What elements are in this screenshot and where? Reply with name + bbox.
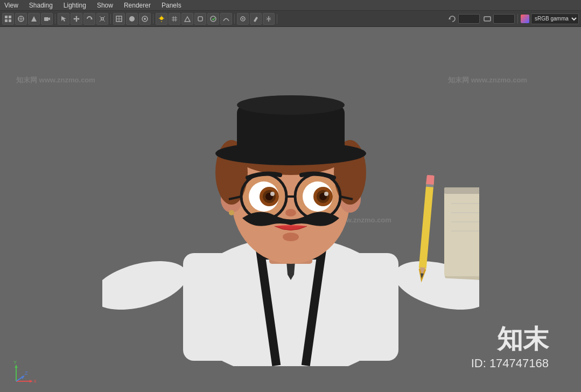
svg-text:X: X bbox=[33, 379, 37, 384]
toolbar-btn-7[interactable] bbox=[207, 13, 219, 25]
input-value2[interactable]: 1.00 bbox=[493, 14, 515, 24]
separator-5 bbox=[277, 14, 277, 24]
menu-renderer[interactable]: Renderer bbox=[122, 1, 153, 10]
axes-indicator: X Y Z bbox=[11, 360, 32, 381]
input-value1[interactable]: 0.00 bbox=[458, 14, 480, 24]
svg-point-38 bbox=[211, 16, 216, 22]
svg-marker-97 bbox=[30, 380, 32, 383]
svg-rect-83 bbox=[418, 178, 434, 270]
toolbar-btn-snap[interactable] bbox=[237, 13, 249, 25]
toolbar-btn-move[interactable] bbox=[71, 13, 82, 25]
toolbar-btn-texture[interactable] bbox=[139, 13, 151, 25]
svg-point-75 bbox=[270, 192, 275, 196]
toolbar-btn-3[interactable] bbox=[28, 13, 40, 25]
svg-point-27 bbox=[144, 18, 146, 20]
menu-shading[interactable]: Shading bbox=[27, 1, 55, 10]
svg-point-80 bbox=[324, 192, 328, 196]
character-model bbox=[102, 54, 479, 377]
brand-id: ID: 174747168 bbox=[471, 356, 549, 370]
svg-rect-3 bbox=[9, 19, 11, 22]
toolbar-btn-solid[interactable] bbox=[126, 13, 138, 25]
separator-3 bbox=[153, 14, 153, 24]
toolbar-btn-sym[interactable] bbox=[263, 13, 275, 25]
svg-rect-2 bbox=[5, 19, 8, 22]
menu-view[interactable]: View bbox=[2, 1, 20, 10]
toolbar-btn-wireframe[interactable] bbox=[113, 13, 125, 25]
menu-lighting[interactable]: Lighting bbox=[61, 1, 88, 10]
field-icon bbox=[483, 15, 492, 23]
svg-rect-1 bbox=[9, 16, 11, 18]
separator-4 bbox=[234, 14, 235, 24]
toolbar-btn-rotate[interactable] bbox=[83, 13, 95, 25]
toolbar-btn-6[interactable] bbox=[194, 13, 206, 25]
svg-line-19 bbox=[103, 16, 105, 18]
refresh-icon bbox=[448, 15, 457, 23]
separator-right bbox=[517, 14, 518, 24]
toolbar-btn-color[interactable] bbox=[521, 15, 529, 23]
svg-point-81 bbox=[285, 209, 296, 216]
svg-point-40 bbox=[242, 18, 244, 19]
svg-text:Z: Z bbox=[25, 370, 28, 376]
svg-point-46 bbox=[102, 252, 192, 319]
svg-rect-84 bbox=[426, 175, 435, 185]
toolbar-btn-8[interactable] bbox=[220, 13, 232, 25]
viewport: 知末网 www.znzmo.com 知末网 www.znzmo.com 知末网 … bbox=[0, 27, 581, 392]
svg-rect-37 bbox=[198, 17, 202, 21]
toolbar-btn-5[interactable] bbox=[181, 13, 193, 25]
separator-2 bbox=[110, 14, 111, 24]
svg-line-20 bbox=[100, 20, 101, 22]
toolbar-btn-grid[interactable] bbox=[169, 13, 180, 25]
svg-point-57 bbox=[229, 210, 234, 215]
toolbar-btn-2[interactable] bbox=[15, 13, 27, 25]
svg-marker-7 bbox=[31, 16, 37, 22]
svg-marker-12 bbox=[75, 16, 78, 17]
toolbar-btn-select[interactable] bbox=[58, 13, 69, 25]
toolbar-btn-camera[interactable] bbox=[41, 13, 53, 25]
scene: 知末网 www.znzmo.com 知末网 www.znzmo.com 知末网 … bbox=[0, 27, 581, 392]
svg-rect-8 bbox=[44, 17, 48, 21]
svg-marker-15 bbox=[78, 18, 80, 20]
svg-point-63 bbox=[237, 95, 345, 115]
menu-bar: View Shading Lighting Show Renderer Pane… bbox=[0, 0, 581, 11]
svg-rect-90 bbox=[444, 187, 479, 276]
toolbar-btn-1[interactable] bbox=[2, 13, 14, 25]
svg-rect-43 bbox=[484, 17, 491, 21]
toolbar: 0.00 1.00 sRGB gammaLinearRaw bbox=[0, 11, 581, 27]
separator-1 bbox=[55, 14, 55, 24]
watermark-1: 知末网 www.znzmo.com bbox=[16, 75, 95, 85]
brand-watermark: 知末 ID: 174747168 bbox=[471, 322, 549, 370]
svg-rect-17 bbox=[101, 18, 103, 20]
svg-rect-91 bbox=[444, 187, 479, 194]
svg-point-82 bbox=[283, 233, 299, 241]
svg-point-25 bbox=[129, 16, 135, 22]
svg-line-18 bbox=[100, 16, 101, 18]
svg-point-28 bbox=[160, 17, 163, 20]
toolbar-btn-paint[interactable] bbox=[250, 13, 262, 25]
svg-text:Y: Y bbox=[13, 360, 17, 365]
svg-marker-13 bbox=[75, 20, 78, 22]
svg-marker-9 bbox=[48, 17, 50, 20]
colorspace-select[interactable]: sRGB gammaLinearRaw bbox=[531, 13, 579, 24]
svg-marker-100 bbox=[15, 365, 18, 368]
toolbar-btn-scale[interactable] bbox=[96, 13, 108, 25]
svg-line-21 bbox=[103, 20, 105, 22]
svg-rect-0 bbox=[5, 16, 8, 18]
svg-marker-14 bbox=[73, 18, 75, 20]
menu-panels[interactable]: Panels bbox=[159, 1, 184, 10]
menu-show[interactable]: Show bbox=[95, 1, 115, 10]
brand-chinese: 知末 bbox=[471, 322, 549, 356]
toolbar-btn-light[interactable] bbox=[156, 13, 167, 25]
